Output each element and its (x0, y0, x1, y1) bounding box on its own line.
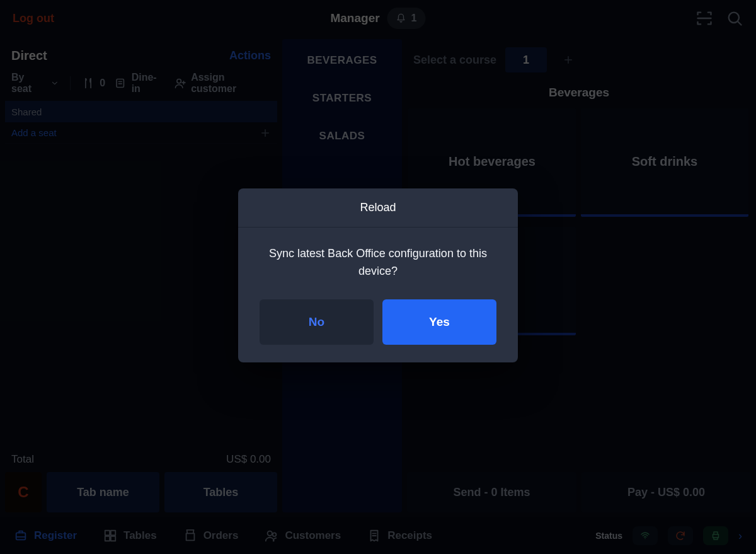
modal-yes-button[interactable]: Yes (382, 299, 496, 345)
modal-message: Sync latest Back Office configuration to… (238, 228, 518, 287)
reload-modal: Reload Sync latest Back Office configura… (238, 188, 518, 362)
modal-title: Reload (238, 188, 518, 228)
modal-no-button[interactable]: No (260, 299, 374, 345)
